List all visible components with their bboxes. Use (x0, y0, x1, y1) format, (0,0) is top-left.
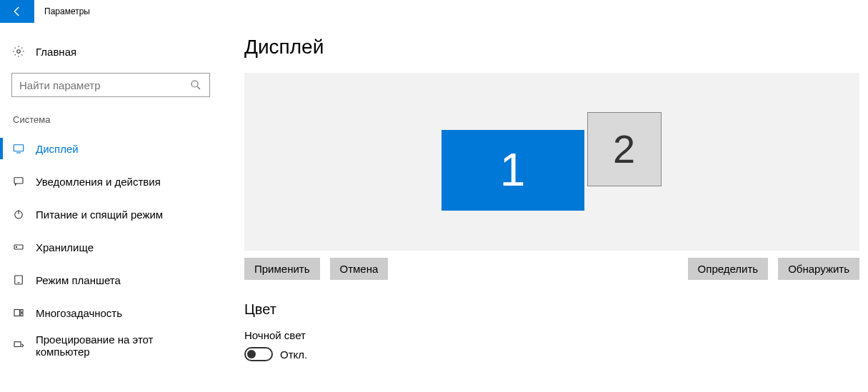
sidebar-item-multitask[interactable]: Многозадачность (0, 296, 210, 329)
sidebar-item-storage[interactable]: Хранилище (0, 231, 210, 263)
sidebar-item-label: Питание и спящий режим (36, 208, 163, 221)
svg-rect-5 (14, 178, 23, 184)
sidebar-item-label: Уведомления и действия (36, 176, 161, 188)
sidebar-item-projecting[interactable]: Проецирование на этот компьютер (0, 329, 210, 362)
sidebar-item-label: Проецирование на этот компьютер (36, 333, 210, 358)
svg-rect-15 (14, 342, 21, 347)
apply-button[interactable]: Применить (244, 258, 320, 280)
sidebar-item-power[interactable]: Питание и спящий режим (0, 198, 210, 231)
gear-icon (12, 45, 25, 58)
sidebar-item-label: Дисплей (36, 143, 79, 155)
sidebar-home-label: Главная (36, 46, 76, 58)
identify-button[interactable]: Определить (688, 258, 769, 280)
svg-line-2 (197, 86, 200, 89)
svg-rect-8 (14, 245, 23, 249)
storage-icon (12, 241, 25, 253)
sidebar-home[interactable]: Главная (11, 39, 210, 64)
back-button[interactable] (0, 0, 34, 23)
multitask-icon (12, 306, 25, 319)
tablet-icon (12, 273, 25, 286)
sidebar-item-label: Режим планшета (36, 274, 121, 286)
monitor-1[interactable]: 1 (442, 130, 584, 211)
power-icon (12, 208, 25, 221)
chat-icon (12, 175, 25, 188)
sidebar-item-tablet[interactable]: Режим планшета (0, 263, 210, 296)
svg-rect-3 (14, 145, 24, 151)
sidebar-item-label: Хранилище (36, 241, 94, 253)
svg-point-1 (191, 81, 198, 87)
window-title: Параметры (34, 0, 90, 23)
sidebar-category: Система (13, 114, 210, 125)
svg-rect-13 (21, 310, 23, 313)
night-light-toggle[interactable] (244, 347, 273, 361)
sidebar-item-notifications[interactable]: Уведомления и действия (0, 165, 210, 198)
monitor-2[interactable]: 2 (587, 112, 662, 186)
search-input-wrapper[interactable] (11, 73, 210, 97)
arrow-left-icon (11, 5, 24, 18)
page-title: Дисплей (244, 36, 859, 59)
svg-point-0 (17, 50, 21, 54)
cancel-button[interactable]: Отмена (330, 258, 389, 280)
night-light-label: Ночной свет (244, 329, 859, 341)
svg-rect-12 (14, 310, 20, 316)
search-input[interactable] (19, 79, 189, 91)
svg-point-9 (16, 246, 17, 248)
sidebar-item-display[interactable]: Дисплей (0, 132, 210, 165)
detect-button[interactable]: Обнаружить (778, 258, 859, 280)
display-arrangement-area[interactable]: 1 2 (244, 73, 859, 251)
display-icon (12, 142, 25, 155)
svg-rect-14 (21, 313, 23, 316)
night-light-state: Откл. (280, 348, 307, 361)
color-section-title: Цвет (244, 301, 859, 318)
search-icon (189, 79, 202, 91)
project-icon (12, 339, 25, 352)
sidebar-item-label: Многозадачность (36, 307, 122, 319)
